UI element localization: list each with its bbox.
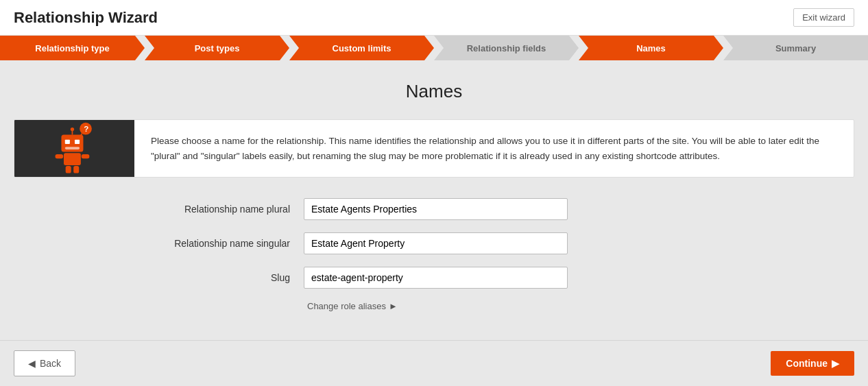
info-box: ? Please choo bbox=[14, 119, 854, 178]
change-role-aliases-link[interactable]: Change role aliases ► bbox=[307, 301, 743, 311]
svg-rect-13 bbox=[73, 165, 79, 173]
chevron-right-icon: ▶ bbox=[832, 358, 839, 369]
robot-icon: ? bbox=[47, 121, 102, 176]
slug-input[interactable] bbox=[304, 267, 568, 289]
wizard-steps: Relationship type Post types Custom limi… bbox=[0, 36, 868, 60]
names-heading: Names bbox=[14, 81, 854, 102]
svg-rect-9 bbox=[64, 153, 81, 165]
svg-rect-12 bbox=[65, 165, 71, 173]
slug-row: Slug bbox=[125, 267, 743, 289]
continue-button[interactable]: Continue ▶ bbox=[771, 351, 854, 376]
svg-rect-11 bbox=[81, 154, 89, 158]
step-post-types[interactable]: Post types bbox=[145, 36, 289, 60]
plural-row: Relationship name plural bbox=[125, 198, 743, 220]
svg-rect-6 bbox=[64, 147, 79, 149]
slug-label: Slug bbox=[125, 272, 304, 283]
chevron-left-icon: ◀ bbox=[28, 358, 36, 369]
singular-input[interactable] bbox=[304, 232, 568, 254]
svg-rect-4 bbox=[64, 139, 69, 143]
header: Relationship Wizard Exit wizard bbox=[0, 0, 868, 36]
singular-row: Relationship name singular bbox=[125, 232, 743, 254]
chevron-right-icon: ► bbox=[389, 301, 398, 311]
main-content: Names ? bbox=[0, 60, 868, 332]
info-text: Please choose a name for the relationshi… bbox=[134, 120, 854, 177]
singular-label: Relationship name singular bbox=[125, 238, 304, 249]
names-form: Relationship name plural Relationship na… bbox=[125, 198, 743, 311]
plural-input[interactable] bbox=[304, 198, 568, 220]
plural-label: Relationship name plural bbox=[125, 204, 304, 215]
footer: ◀ Back Continue ▶ bbox=[0, 340, 868, 386]
svg-rect-10 bbox=[55, 154, 63, 158]
svg-rect-5 bbox=[75, 139, 80, 143]
exit-wizard-button[interactable]: Exit wizard bbox=[793, 8, 854, 27]
step-summary[interactable]: Summary bbox=[723, 36, 868, 60]
step-custom-limits[interactable]: Custom limits bbox=[289, 36, 434, 60]
robot-image-container: ? bbox=[14, 120, 134, 177]
step-relationship-type[interactable]: Relationship type bbox=[0, 36, 145, 60]
step-relationship-fields[interactable]: Relationship fields bbox=[434, 36, 579, 60]
step-names[interactable]: Names bbox=[579, 36, 723, 60]
svg-text:?: ? bbox=[84, 125, 88, 133]
page-title: Relationship Wizard bbox=[14, 9, 158, 27]
svg-point-8 bbox=[70, 127, 73, 130]
back-button[interactable]: ◀ Back bbox=[14, 350, 75, 376]
